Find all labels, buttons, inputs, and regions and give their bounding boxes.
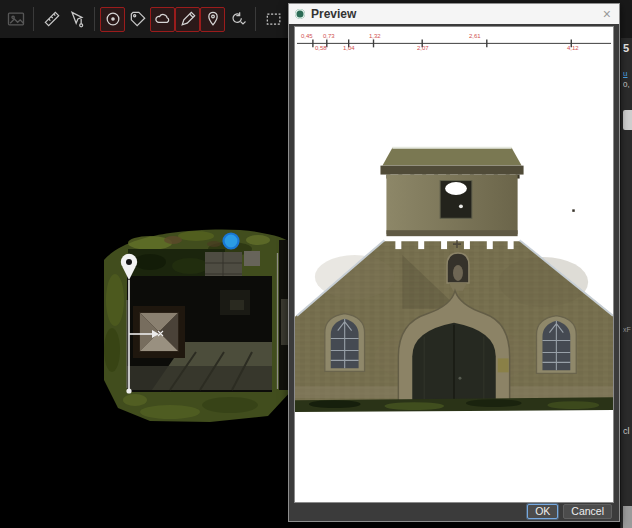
limit-circle-icon[interactable] [100, 7, 125, 32]
stray-point [572, 209, 574, 211]
preview-canvas: 0,45 0,73 1,32 2,61 0,58 1,04 2,07 4,12 [294, 26, 614, 503]
location-pin-icon[interactable] [200, 7, 225, 32]
ruler-label: 2,07 [417, 45, 429, 51]
toolbar-separator [255, 7, 256, 31]
pick-point-icon[interactable] [64, 7, 89, 32]
dialog-titlebar[interactable]: Preview × [289, 4, 619, 24]
gothic-window-right [536, 316, 576, 374]
toolbar-separator [94, 7, 95, 31]
point-cloud-top-view [0, 38, 300, 528]
right-panel-button[interactable] [623, 110, 632, 130]
measure-ruler-icon[interactable] [39, 7, 64, 32]
image-icon[interactable] [3, 7, 28, 32]
ruler-label: 1,04 [343, 45, 355, 51]
ruler-label: 1,32 [369, 33, 381, 39]
right-panel-fragment: xF [623, 326, 632, 333]
cancel-button[interactable]: Cancel [563, 504, 612, 519]
close-icon[interactable]: × [601, 7, 613, 21]
dialog-title: Preview [311, 7, 601, 21]
app-window: 5 u 0, xF cl Preview × [0, 0, 632, 528]
right-panel-fragment: 0, [623, 80, 632, 89]
right-panel-link-fragment[interactable]: u [623, 69, 632, 78]
scan-position-dot[interactable] [224, 234, 239, 249]
door-handle [458, 377, 461, 380]
right-panel-light-block [623, 506, 632, 528]
ok-button[interactable]: OK [527, 504, 558, 519]
right-panel-fragment: 5 [623, 42, 632, 54]
dialog-footer: OK Cancel [289, 501, 619, 521]
sky-hole [445, 182, 467, 195]
selection-box-icon[interactable] [261, 7, 286, 32]
ruler-label: 4,12 [567, 45, 579, 51]
toolbar-separator [33, 7, 34, 31]
preview-dialog: Preview × [288, 3, 620, 522]
ruler-label: 0,73 [323, 33, 335, 39]
right-panel-fragment: cl [623, 426, 632, 436]
measure-pen-icon[interactable] [175, 7, 200, 32]
right-panel: 5 u 0, xF cl [620, 38, 632, 528]
bell-tower [380, 148, 523, 236]
tag-icon[interactable] [125, 7, 150, 32]
ruler-label: 0,45 [301, 33, 313, 39]
ortho-facade-preview [295, 27, 614, 503]
plaque [498, 358, 509, 372]
preview-app-icon [295, 9, 305, 19]
point-cloud-icon[interactable] [150, 7, 175, 32]
rotate-tool-icon[interactable] [225, 7, 250, 32]
ruler-label: 2,61 [469, 33, 481, 39]
ruler-label: 0,58 [315, 45, 327, 51]
gothic-window-left [325, 314, 365, 372]
